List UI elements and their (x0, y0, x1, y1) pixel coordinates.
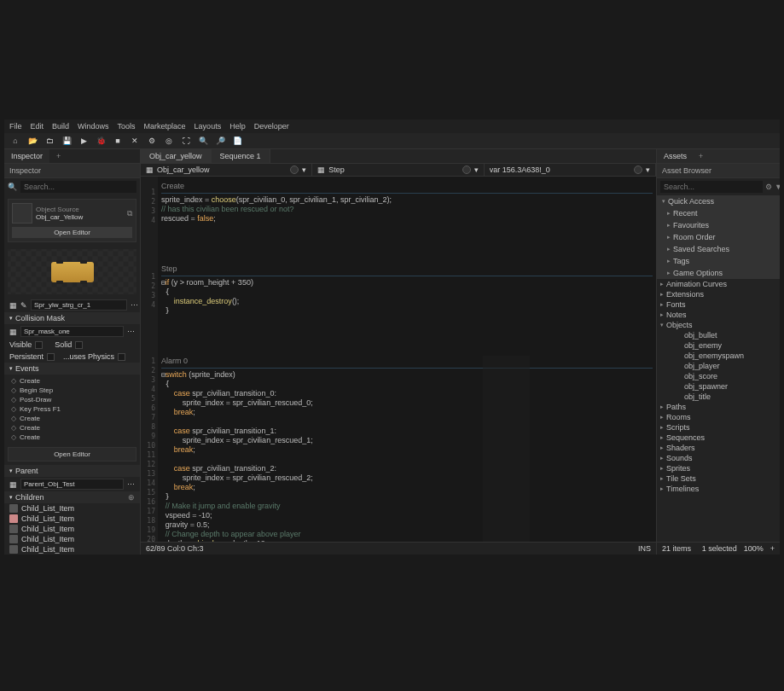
tree-qa-item[interactable]: Tags (657, 255, 780, 267)
tree-qa-item[interactable]: Game Options (657, 267, 780, 279)
menu-help[interactable]: Help (229, 122, 246, 131)
header-var[interactable]: var 156.3A638!_0 (490, 165, 550, 174)
tree-folder[interactable]: Notes (657, 310, 780, 320)
tree-object-item[interactable]: obj_bullet (657, 330, 780, 340)
tab-sequence[interactable]: Sequence 1 (212, 149, 270, 163)
menu-windows[interactable]: Windows (78, 122, 109, 131)
tree-folder[interactable]: Extensions (657, 289, 780, 299)
expand-icon[interactable]: ⛶ (180, 136, 192, 146)
events-section[interactable]: Events (4, 363, 140, 375)
tree-object-item[interactable]: obj_title (657, 392, 780, 402)
add-icon[interactable]: + (770, 544, 775, 553)
folder-icon[interactable]: 🗀 (44, 136, 55, 146)
menu-marketplace[interactable]: Marketplace (144, 122, 186, 131)
tree-objects-folder[interactable]: Objects (657, 320, 780, 330)
gear-icon[interactable]: ⚙ (146, 136, 158, 146)
tree-folder[interactable]: Sprites (657, 463, 780, 473)
tree-folder[interactable]: Sounds (657, 453, 780, 463)
solid-checkbox[interactable] (75, 341, 83, 349)
tree-folder[interactable]: Rooms (657, 412, 780, 422)
tree-object-item[interactable]: obj_player (657, 361, 780, 371)
menu-developer[interactable]: Developer (254, 122, 289, 131)
tree-folder[interactable]: Animation Curves (657, 279, 780, 289)
home-icon[interactable]: ⌂ (9, 136, 21, 146)
save-icon[interactable]: 💾 (61, 136, 73, 146)
visible-checkbox[interactable] (35, 341, 43, 349)
tree-folder[interactable]: Timelines (657, 484, 780, 494)
tree-folder[interactable]: Paths (657, 402, 780, 412)
children-section[interactable]: Children⊕ (4, 491, 140, 503)
header-object[interactable]: Obj_car_yellow (157, 165, 210, 174)
child-item[interactable]: Child_List_Item (4, 503, 140, 514)
zoom-in-icon[interactable]: 🔍 (197, 136, 209, 146)
event-item[interactable]: Create (4, 414, 140, 423)
tree-folder[interactable]: Sequences (657, 433, 780, 443)
tree-folder[interactable]: Fonts (657, 299, 780, 310)
chevron-down-icon[interactable]: ▾ (302, 165, 306, 174)
menu-tools[interactable]: Tools (118, 122, 136, 131)
more-icon[interactable]: ⋯ (131, 301, 138, 310)
add-asset-tab-icon[interactable]: + (694, 149, 708, 163)
open-editor-wide-button[interactable]: Open Editor (8, 447, 136, 462)
open-editor-button[interactable]: Open Editor (12, 227, 132, 238)
child-item[interactable]: Child_List_Item (4, 524, 140, 534)
tree-qa-item[interactable]: Saved Searches (657, 243, 780, 255)
mask-picker-icon[interactable]: ▦ (9, 328, 17, 336)
event-item[interactable]: Create (4, 423, 140, 433)
child-item[interactable]: Child_List_Item (4, 534, 140, 544)
clean-icon[interactable]: ✕ (129, 136, 141, 146)
edit-sprite-icon[interactable]: ✎ (20, 301, 27, 310)
inspector-tab[interactable]: Inspector (4, 149, 49, 163)
add-child-icon[interactable]: ⊕ (128, 493, 135, 502)
physics-checkbox[interactable] (118, 353, 125, 361)
event-item[interactable]: Create (4, 433, 140, 442)
parent-icon[interactable]: ▦ (9, 480, 17, 489)
tree-qa-item[interactable]: Favourites (657, 219, 780, 231)
mask-field[interactable] (20, 326, 124, 337)
persistent-checkbox[interactable] (47, 353, 55, 361)
child-item[interactable]: Child_List_Item (4, 544, 140, 555)
tree-object-item[interactable]: obj_score (657, 371, 780, 381)
tree-qa-item[interactable]: Room Order (657, 231, 780, 243)
debug-icon[interactable]: 🐞 (95, 136, 107, 146)
tree-folder[interactable]: Tile Sets (657, 473, 780, 484)
assets-tab[interactable]: Assets (657, 149, 694, 163)
event-item[interactable]: Create (4, 376, 140, 386)
child-item[interactable]: Child_List_Item (4, 514, 140, 524)
chevron-down-icon[interactable]: ▾ (474, 165, 479, 174)
asset-search-input[interactable] (660, 181, 763, 193)
sprite-field[interactable] (31, 299, 127, 311)
tree-folder[interactable]: Scripts (657, 422, 780, 433)
tree-qa-item[interactable]: Recent (657, 207, 780, 219)
target-icon[interactable]: ◎ (163, 136, 175, 146)
tree-quick-access[interactable]: Quick Access (657, 195, 780, 207)
sprite-picker-icon[interactable]: ▦ (9, 301, 17, 310)
menu-edit[interactable]: Edit (31, 122, 44, 131)
filter-icon[interactable]: ▼ (775, 183, 780, 191)
tab-obj-car-yellow[interactable]: Obj_car_yellow (141, 149, 212, 163)
parent-field[interactable] (20, 479, 124, 490)
tree-object-item[interactable]: obj_spawner (657, 381, 780, 392)
inspector-search-input[interactable] (20, 181, 136, 193)
zoom-out-icon[interactable]: 🔎 (214, 136, 226, 146)
more-icon[interactable]: ⋯ (127, 328, 135, 336)
collision-mask-section[interactable]: Collision Mask (4, 312, 140, 324)
menu-build[interactable]: Build (52, 122, 69, 131)
tree-object-item[interactable]: obj_enemyspawn (657, 351, 780, 361)
docs-icon[interactable]: 📄 (231, 136, 243, 146)
code-text[interactable]: Createsprite_index = choose(spr_civilian… (158, 177, 656, 542)
parent-section[interactable]: Parent (4, 465, 140, 477)
event-item[interactable]: Key Press F1 (4, 404, 140, 414)
add-tab-icon[interactable]: + (49, 149, 67, 163)
event-item[interactable]: Begin Step (4, 386, 140, 395)
tree-folder[interactable]: Shaders (657, 443, 780, 453)
menu-file[interactable]: File (9, 122, 22, 131)
chevron-down-icon[interactable]: ▾ (646, 165, 650, 174)
stop-icon[interactable]: ■ (112, 136, 124, 146)
link-icon[interactable]: ⧉ (127, 209, 132, 218)
header-event[interactable]: Step (328, 165, 345, 174)
run-icon[interactable]: ▶ (78, 136, 90, 146)
event-item[interactable]: Post-Draw (4, 395, 140, 404)
open-icon[interactable]: 📂 (26, 136, 38, 146)
gear-icon[interactable]: ⚙ (765, 183, 772, 191)
